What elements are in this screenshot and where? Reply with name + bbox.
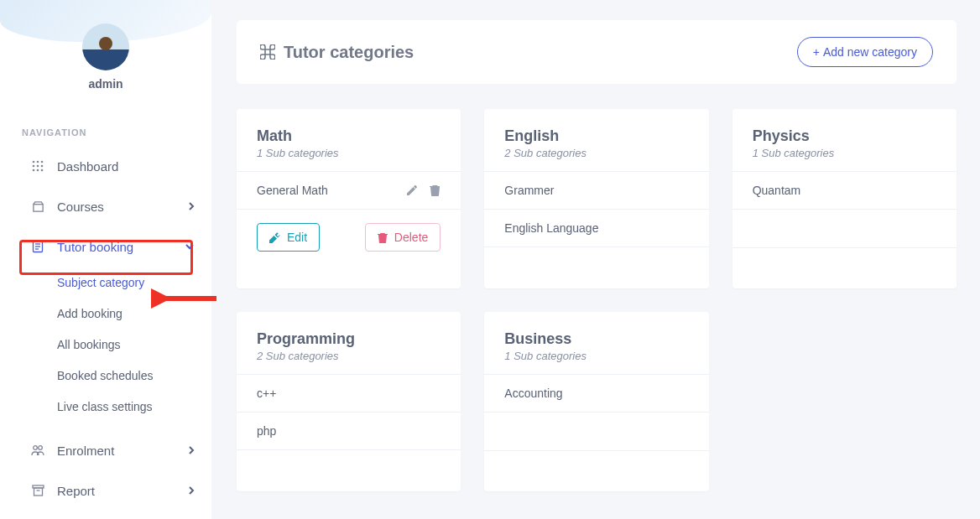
edit-icon[interactable] — [406, 184, 418, 196]
page-title-text: Tutor categories — [284, 43, 414, 62]
svg-point-1 — [37, 161, 39, 163]
card-subtitle: 1 Sub categories — [257, 147, 440, 159]
svg-point-4 — [37, 165, 39, 168]
subcategory-label: Quantam — [753, 184, 801, 197]
card-footer — [484, 451, 708, 491]
card-spacer — [484, 413, 708, 451]
svg-rect-17 — [34, 488, 42, 496]
nav-all-bookings[interactable]: All bookings — [57, 329, 211, 360]
card-footer — [237, 450, 461, 490]
sidebar-header: admin — [0, 0, 211, 101]
svg-point-2 — [41, 161, 44, 163]
nav-label-text: Dashboard — [57, 159, 118, 174]
page-title: Tutor categories — [260, 43, 414, 62]
nav-courses[interactable]: Courses — [0, 186, 211, 226]
svg-rect-9 — [33, 204, 42, 210]
nav-enrolment[interactable]: Enrolment — [0, 430, 211, 470]
subcategory-label: English Language — [504, 221, 598, 235]
row-actions — [406, 184, 440, 196]
nav-label-text: Courses — [57, 200, 104, 214]
card-spacer — [732, 210, 957, 248]
card-title: English — [504, 127, 688, 145]
grid-icon — [30, 158, 45, 174]
edit-category-button[interactable]: Edit — [257, 223, 320, 252]
card-subtitle: 1 Sub categories — [504, 350, 688, 362]
card-title: Programming — [257, 330, 440, 348]
add-category-button[interactable]: +Add new category — [797, 37, 933, 67]
card-footer — [484, 247, 708, 288]
svg-point-14 — [34, 446, 38, 450]
box-icon — [30, 199, 45, 214]
category-card-physics: Physics 1 Sub categories Quantam — [732, 109, 957, 288]
nav-section-label: NAVIGATION — [22, 127, 211, 138]
nav-live-class-settings[interactable]: Live class settings — [57, 391, 211, 422]
sidebar: admin NAVIGATION Dashboard Courses Tutor… — [0, 0, 211, 519]
page-header: Tutor categories +Add new category — [237, 20, 957, 84]
card-header: Math 1 Sub categories — [237, 109, 461, 172]
subcategory-row[interactable]: c++ — [237, 375, 461, 413]
category-card-programming: Programming 2 Sub categories c++ php — [237, 312, 461, 491]
category-card-business: Business 1 Sub categories Accounting — [484, 312, 708, 491]
category-card-math: Math 1 Sub categories General Math — [237, 109, 461, 288]
subcategory-label: Grammer — [504, 184, 554, 197]
categories-grid: Math 1 Sub categories General Math — [237, 109, 957, 491]
sub-item-label: Subject category — [57, 276, 144, 289]
archive-icon — [30, 483, 45, 498]
subcategory-row[interactable]: General Math — [237, 172, 461, 210]
nav-label-text: Enrolment — [57, 444, 114, 458]
card-title: Math — [257, 127, 440, 145]
subcategory-label: c++ — [257, 387, 276, 400]
card-header: Physics 1 Sub categories — [732, 109, 957, 172]
card-header: Business 1 Sub categories — [484, 312, 708, 375]
svg-point-15 — [39, 446, 43, 450]
delete-category-button[interactable]: Delete — [365, 223, 440, 252]
main-content: Tutor categories +Add new category Math … — [237, 20, 957, 491]
card-footer: Edit Delete — [237, 210, 461, 268]
subcategory-row[interactable]: English Language — [484, 210, 708, 247]
nav-label-text: Report — [57, 484, 95, 498]
nav-label-text: Tutor booking — [57, 240, 133, 254]
svg-point-6 — [33, 169, 35, 172]
category-card-english: English 2 Sub categories Grammer English… — [484, 109, 708, 288]
trash-icon — [378, 232, 388, 243]
command-icon — [260, 44, 275, 60]
subcategory-label: General Math — [257, 184, 328, 197]
subcategory-row[interactable]: php — [237, 413, 461, 450]
chevron-down-icon — [185, 243, 195, 250]
users-icon — [30, 443, 45, 458]
wrench-icon — [269, 232, 280, 243]
svg-point-5 — [41, 165, 44, 168]
subcategory-row[interactable]: Accounting — [484, 375, 708, 413]
username: admin — [0, 77, 211, 91]
chevron-right-icon — [188, 201, 195, 211]
subcategory-label: Accounting — [504, 387, 562, 400]
card-header: English 2 Sub categories — [484, 109, 708, 172]
plus-icon: + — [813, 45, 820, 59]
subcategory-row[interactable]: Grammer — [484, 172, 708, 210]
chevron-right-icon — [188, 445, 195, 455]
nav-subject-category[interactable]: Subject category — [57, 267, 211, 298]
card-subtitle: 2 Sub categories — [504, 147, 688, 159]
svg-point-0 — [33, 161, 35, 163]
nav-tutor-booking-subitems: Subject category Add booking All booking… — [0, 267, 211, 422]
edit-button-label: Edit — [287, 231, 307, 244]
nav-tutor-booking[interactable]: Tutor booking — [0, 226, 211, 267]
nav-add-booking[interactable]: Add booking — [57, 298, 211, 329]
card-subtitle: 1 Sub categories — [753, 147, 936, 159]
card-footer — [732, 248, 957, 288]
card-title: Physics — [753, 127, 936, 145]
sub-item-label: Booked schedules — [57, 369, 153, 382]
delete-button-label: Delete — [394, 231, 428, 244]
card-subtitle: 2 Sub categories — [257, 350, 440, 362]
chevron-right-icon — [188, 485, 195, 496]
nav-report[interactable]: Report — [0, 470, 211, 511]
nav-booked-schedules[interactable]: Booked schedules — [57, 360, 211, 391]
nav-dashboard[interactable]: Dashboard — [0, 146, 211, 186]
subcategory-row[interactable]: Quantam — [732, 172, 957, 210]
avatar[interactable] — [82, 23, 129, 70]
clipboard-icon — [30, 239, 45, 254]
sub-item-label: All bookings — [57, 338, 121, 351]
card-header: Programming 2 Sub categories — [237, 312, 461, 375]
card-title: Business — [504, 330, 688, 348]
trash-icon[interactable] — [430, 184, 440, 196]
